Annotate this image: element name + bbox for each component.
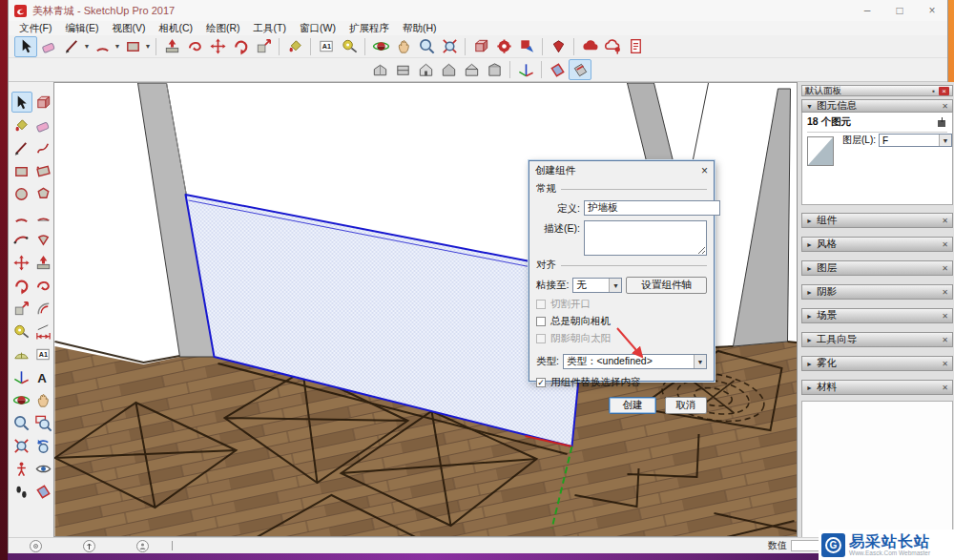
section-close-icon[interactable]: ✕: [942, 217, 948, 225]
tool-scale-icon[interactable]: [11, 298, 32, 319]
tool-polygon-icon[interactable]: [33, 183, 54, 204]
tool-eraser-icon[interactable]: [33, 114, 54, 135]
menu-item-1[interactable]: 文件(F): [12, 21, 58, 35]
tool-offset-icon[interactable]: [33, 298, 54, 319]
menu-item-9[interactable]: 帮助(H): [396, 21, 444, 35]
tool-dimension-icon[interactable]: [33, 321, 54, 342]
section-close-icon[interactable]: ✕: [942, 102, 948, 111]
tool-paint-bucket-icon[interactable]: [11, 114, 32, 135]
tool-rectangle-icon[interactable]: [11, 160, 32, 181]
description-input[interactable]: [584, 220, 707, 256]
tool-pie-icon[interactable]: [33, 229, 54, 250]
tool-push-pull-icon[interactable]: [33, 252, 54, 273]
tool-paint-bucket-icon[interactable]: [283, 36, 306, 57]
menu-item-5[interactable]: 绘图(R): [199, 21, 247, 35]
view-axes-icon[interactable]: [514, 59, 537, 80]
menu-item-6[interactable]: 工具(T): [247, 21, 293, 35]
panel-section-组件[interactable]: ►组件✕: [801, 213, 953, 228]
tool-previous-view-icon[interactable]: [33, 435, 54, 456]
panel-section-雾化[interactable]: ►雾化✕: [801, 356, 953, 371]
close-button[interactable]: ×: [926, 4, 938, 17]
tool-component-options-icon[interactable]: [492, 36, 515, 57]
set-component-axes-button[interactable]: 设置组件轴: [626, 277, 707, 294]
tool-three-point-arc-icon[interactable]: [11, 229, 32, 250]
maximize-button[interactable]: □: [894, 4, 905, 17]
tool-rotated-rectangle-icon[interactable]: [33, 160, 54, 181]
view-top-view-icon[interactable]: [391, 59, 414, 80]
tool-protractor-icon[interactable]: [11, 343, 32, 364]
type-select[interactable]: 类型：<undefined> ▼: [563, 354, 707, 369]
tool-axes-icon[interactable]: [11, 366, 32, 387]
tool-make-component-icon[interactable]: [469, 36, 492, 57]
layer-select[interactable]: F ▼: [879, 134, 952, 147]
tool-zoom-extents-icon[interactable]: [11, 435, 32, 456]
view-left-view-icon[interactable]: [483, 59, 506, 80]
section-close-icon[interactable]: ✕: [942, 384, 948, 392]
tool-rotate-icon[interactable]: [11, 275, 32, 296]
tool-two-point-arc-icon[interactable]: [33, 206, 54, 227]
section-close-icon[interactable]: ✕: [942, 288, 948, 297]
tool-text-icon[interactable]: A1: [315, 36, 338, 57]
view-back-view-icon[interactable]: [460, 59, 483, 80]
panel-section-工具向导[interactable]: ►工具向导✕: [801, 332, 953, 347]
view-iso-view-icon[interactable]: [368, 59, 391, 80]
measurements-input[interactable]: [791, 540, 821, 551]
tool-position-camera-icon[interactable]: [11, 458, 32, 479]
tool-line-dropdown-icon[interactable]: ▼: [83, 36, 91, 57]
tool-move-icon[interactable]: [206, 36, 229, 57]
tool-tape-measure-icon[interactable]: [338, 36, 361, 57]
tool-walk-icon[interactable]: [11, 481, 32, 502]
tool-follow-me-icon[interactable]: [183, 36, 206, 57]
advanced-attributes-icon[interactable]: [937, 117, 947, 128]
dialog-close-icon[interactable]: ×: [701, 165, 708, 176]
tool-arc-icon[interactable]: [91, 36, 114, 57]
default-panel-header[interactable]: 默认面板 ▪ ×: [801, 85, 953, 96]
tool-move-icon[interactable]: [11, 252, 32, 273]
tool-model-info-icon[interactable]: [547, 36, 570, 57]
entity-info-header[interactable]: ▼ 图元信息 ✕: [801, 99, 953, 113]
tool-push-pull-icon[interactable]: [160, 36, 183, 57]
minimize-button[interactable]: –: [861, 4, 873, 17]
tool-shapes-dropdown-icon[interactable]: ▼: [144, 36, 152, 57]
tool-3d-warehouse-icon[interactable]: [578, 36, 601, 57]
tool-follow-me-icon[interactable]: [33, 275, 54, 296]
panel-section-材料[interactable]: ►材料✕: [801, 380, 953, 395]
tool-line-icon[interactable]: [11, 137, 32, 158]
title-bar[interactable]: 美林青城 - SketchUp Pro 2017 – □ ×: [9, 0, 947, 21]
tool-look-around-icon[interactable]: [33, 458, 54, 479]
section-close-icon[interactable]: ✕: [942, 360, 948, 368]
account-icon[interactable]: [136, 540, 149, 552]
tool-3d-text-icon[interactable]: A: [33, 366, 54, 387]
tool-zoom-extents-icon[interactable]: [438, 36, 461, 57]
panel-close-icon[interactable]: ×: [939, 87, 949, 95]
panel-section-图层[interactable]: ►图层✕: [801, 260, 953, 276]
geolocation-icon[interactable]: [30, 540, 42, 552]
glue-to-select[interactable]: 无 ▼: [572, 278, 622, 293]
tool-select-icon[interactable]: [14, 36, 37, 57]
tool-generate-report-icon[interactable]: [624, 36, 647, 57]
panel-section-场景[interactable]: ►场景✕: [801, 308, 953, 323]
tool-freehand-icon[interactable]: [33, 137, 54, 158]
tool-shapes-icon[interactable]: [121, 36, 144, 57]
tool-extension-warehouse-icon[interactable]: [601, 36, 624, 57]
create-button[interactable]: 创建: [609, 397, 656, 414]
credits-icon[interactable]: [83, 540, 95, 552]
section-close-icon[interactable]: ✕: [942, 336, 948, 344]
dialog-title-bar[interactable]: 创建组件 ×: [529, 161, 714, 179]
panel-section-阴影[interactable]: ►阴影✕: [801, 284, 953, 300]
tool-circle-icon[interactable]: [11, 183, 32, 204]
tool-zoom-window-icon[interactable]: [33, 412, 54, 433]
view-section-plane-icon[interactable]: [546, 59, 569, 80]
tool-section-plane-icon[interactable]: [33, 481, 54, 502]
view-front-view-icon[interactable]: [414, 59, 437, 80]
tool-select-icon[interactable]: [11, 92, 32, 113]
tool-pan-icon[interactable]: [33, 389, 54, 410]
section-close-icon[interactable]: ✕: [942, 240, 948, 249]
face-camera-checkbox[interactable]: [536, 317, 546, 326]
menu-item-3[interactable]: 视图(V): [105, 21, 152, 35]
tool-eraser-icon[interactable]: [37, 36, 60, 57]
shadow-sun-checkbox[interactable]: [536, 334, 546, 343]
menu-item-2[interactable]: 编辑(E): [58, 21, 105, 35]
cut-opening-checkbox[interactable]: [536, 300, 546, 309]
definition-input[interactable]: [584, 200, 720, 216]
